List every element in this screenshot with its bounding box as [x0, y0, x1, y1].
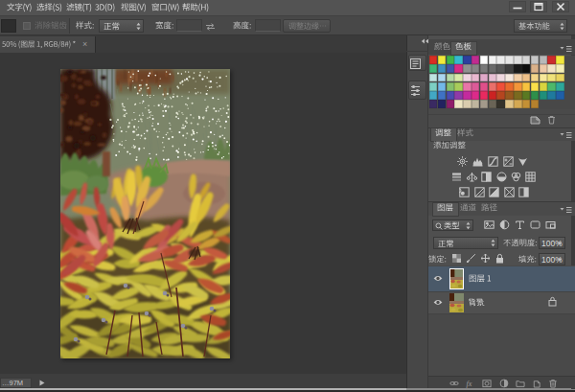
svg-text:fx: fx [466, 380, 472, 388]
